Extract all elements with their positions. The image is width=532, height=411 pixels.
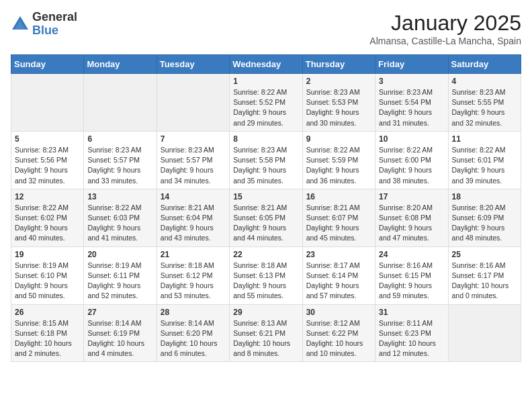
day-number: 21 [161, 250, 226, 259]
day-info: Sunrise: 8:18 AM Sunset: 6:13 PM Dayligh… [233, 261, 298, 302]
logo-general: General [32, 11, 77, 24]
day-number: 18 [452, 192, 517, 201]
calendar-cell: 23Sunrise: 8:17 AM Sunset: 6:14 PM Dayli… [302, 246, 375, 304]
day-info: Sunrise: 8:17 AM Sunset: 6:14 PM Dayligh… [306, 261, 371, 302]
calendar-cell: 31Sunrise: 8:11 AM Sunset: 6:23 PM Dayli… [375, 304, 448, 362]
day-number: 29 [233, 308, 298, 317]
logo-blue: Blue [32, 24, 77, 38]
calendar-cell [84, 74, 157, 132]
days-of-week-row: SundayMondayTuesdayWednesdayThursdayFrid… [11, 55, 521, 74]
day-header-saturday: Saturday [448, 55, 521, 74]
calendar-cell: 22Sunrise: 8:18 AM Sunset: 6:13 PM Dayli… [230, 246, 302, 304]
calendar-body: 1Sunrise: 8:22 AM Sunset: 5:52 PM Daylig… [11, 74, 521, 362]
day-number: 22 [233, 250, 298, 259]
day-number: 2 [306, 77, 371, 86]
calendar-cell [11, 74, 84, 132]
day-info: Sunrise: 8:23 AM Sunset: 5:58 PM Dayligh… [233, 145, 298, 186]
day-number: 4 [452, 77, 517, 86]
day-info: Sunrise: 8:14 AM Sunset: 6:20 PM Dayligh… [161, 318, 226, 359]
day-info: Sunrise: 8:20 AM Sunset: 6:08 PM Dayligh… [379, 203, 444, 244]
calendar-cell: 25Sunrise: 8:16 AM Sunset: 6:17 PM Dayli… [448, 246, 521, 304]
day-number: 16 [306, 192, 371, 201]
day-header-sunday: Sunday [11, 55, 84, 74]
logo: General Blue [11, 11, 77, 38]
calendar-week-2: 5Sunrise: 8:23 AM Sunset: 5:56 PM Daylig… [11, 131, 521, 189]
calendar-cell: 11Sunrise: 8:22 AM Sunset: 6:01 PM Dayli… [448, 131, 521, 189]
calendar-cell: 24Sunrise: 8:16 AM Sunset: 6:15 PM Dayli… [375, 246, 448, 304]
calendar-cell: 4Sunrise: 8:23 AM Sunset: 5:55 PM Daylig… [448, 74, 521, 132]
calendar-cell: 1Sunrise: 8:22 AM Sunset: 5:52 PM Daylig… [230, 74, 302, 132]
day-number: 9 [306, 134, 371, 144]
calendar-week-3: 12Sunrise: 8:22 AM Sunset: 6:02 PM Dayli… [11, 189, 521, 246]
calendar-cell: 20Sunrise: 8:19 AM Sunset: 6:11 PM Dayli… [84, 246, 157, 304]
calendar-cell: 7Sunrise: 8:23 AM Sunset: 5:57 PM Daylig… [157, 131, 229, 189]
day-number: 13 [87, 192, 152, 201]
day-info: Sunrise: 8:15 AM Sunset: 6:18 PM Dayligh… [15, 318, 80, 359]
day-number: 14 [161, 192, 226, 201]
day-info: Sunrise: 8:14 AM Sunset: 6:19 PM Dayligh… [87, 318, 152, 359]
day-info: Sunrise: 8:18 AM Sunset: 6:12 PM Dayligh… [161, 261, 226, 302]
day-number: 5 [15, 134, 80, 144]
day-info: Sunrise: 8:23 AM Sunset: 5:54 PM Dayligh… [379, 87, 444, 128]
calendar-cell: 26Sunrise: 8:15 AM Sunset: 6:18 PM Dayli… [11, 304, 84, 362]
day-info: Sunrise: 8:22 AM Sunset: 6:00 PM Dayligh… [379, 145, 444, 186]
calendar-cell: 3Sunrise: 8:23 AM Sunset: 5:54 PM Daylig… [375, 74, 448, 132]
day-number: 12 [15, 192, 80, 201]
calendar-cell: 5Sunrise: 8:23 AM Sunset: 5:56 PM Daylig… [11, 131, 84, 189]
day-info: Sunrise: 8:23 AM Sunset: 5:55 PM Dayligh… [452, 87, 517, 128]
day-info: Sunrise: 8:21 AM Sunset: 6:05 PM Dayligh… [233, 203, 298, 244]
day-header-monday: Monday [84, 55, 157, 74]
calendar-cell: 29Sunrise: 8:13 AM Sunset: 6:21 PM Dayli… [230, 304, 302, 362]
day-info: Sunrise: 8:22 AM Sunset: 5:59 PM Dayligh… [306, 145, 371, 186]
calendar-week-1: 1Sunrise: 8:22 AM Sunset: 5:52 PM Daylig… [11, 74, 521, 132]
day-number: 17 [379, 192, 444, 201]
day-number: 19 [15, 250, 80, 259]
day-number: 31 [379, 308, 444, 317]
day-header-friday: Friday [375, 55, 448, 74]
day-number: 7 [161, 134, 226, 144]
day-header-thursday: Thursday [302, 55, 375, 74]
calendar-table: SundayMondayTuesdayWednesdayThursdayFrid… [11, 54, 521, 362]
calendar-cell: 17Sunrise: 8:20 AM Sunset: 6:08 PM Dayli… [375, 189, 448, 246]
day-number: 27 [87, 308, 152, 317]
calendar-cell: 9Sunrise: 8:22 AM Sunset: 5:59 PM Daylig… [302, 131, 375, 189]
day-number: 23 [306, 250, 371, 259]
calendar-cell: 27Sunrise: 8:14 AM Sunset: 6:19 PM Dayli… [84, 304, 157, 362]
day-number: 25 [452, 250, 517, 259]
calendar-cell: 2Sunrise: 8:23 AM Sunset: 5:53 PM Daylig… [302, 74, 375, 132]
day-info: Sunrise: 8:12 AM Sunset: 6:22 PM Dayligh… [306, 318, 371, 359]
calendar-week-5: 26Sunrise: 8:15 AM Sunset: 6:18 PM Dayli… [11, 304, 521, 362]
day-number: 20 [87, 250, 152, 259]
calendar-cell: 16Sunrise: 8:21 AM Sunset: 6:07 PM Dayli… [302, 189, 375, 246]
day-number: 11 [452, 134, 517, 144]
calendar-cell: 14Sunrise: 8:21 AM Sunset: 6:04 PM Dayli… [157, 189, 229, 246]
day-info: Sunrise: 8:22 AM Sunset: 6:02 PM Dayligh… [15, 203, 80, 244]
month-year: January 2025 [369, 11, 521, 36]
day-info: Sunrise: 8:16 AM Sunset: 6:17 PM Dayligh… [452, 261, 517, 302]
day-number: 28 [161, 308, 226, 317]
calendar-cell: 30Sunrise: 8:12 AM Sunset: 6:22 PM Dayli… [302, 304, 375, 362]
day-info: Sunrise: 8:13 AM Sunset: 6:21 PM Dayligh… [233, 318, 298, 359]
calendar-cell: 19Sunrise: 8:19 AM Sunset: 6:10 PM Dayli… [11, 246, 84, 304]
calendar-cell: 6Sunrise: 8:23 AM Sunset: 5:57 PM Daylig… [84, 131, 157, 189]
day-number: 1 [233, 77, 298, 86]
calendar-cell: 18Sunrise: 8:20 AM Sunset: 6:09 PM Dayli… [448, 189, 521, 246]
logo-icon [11, 15, 30, 34]
calendar-week-4: 19Sunrise: 8:19 AM Sunset: 6:10 PM Dayli… [11, 246, 521, 304]
page-header: General Blue January 2025 Almansa, Casti… [11, 11, 521, 46]
calendar-header: SundayMondayTuesdayWednesdayThursdayFrid… [11, 55, 521, 74]
calendar-cell: 13Sunrise: 8:22 AM Sunset: 6:03 PM Dayli… [84, 189, 157, 246]
calendar-cell: 8Sunrise: 8:23 AM Sunset: 5:58 PM Daylig… [230, 131, 302, 189]
title-block: January 2025 Almansa, Castille-La Mancha… [369, 11, 521, 46]
day-info: Sunrise: 8:22 AM Sunset: 5:52 PM Dayligh… [233, 87, 298, 128]
day-info: Sunrise: 8:19 AM Sunset: 6:11 PM Dayligh… [87, 261, 152, 302]
day-number: 6 [87, 134, 152, 144]
day-number: 3 [379, 77, 444, 86]
calendar-cell: 28Sunrise: 8:14 AM Sunset: 6:20 PM Dayli… [157, 304, 229, 362]
day-header-wednesday: Wednesday [230, 55, 302, 74]
calendar-cell: 15Sunrise: 8:21 AM Sunset: 6:05 PM Dayli… [230, 189, 302, 246]
calendar-cell [157, 74, 229, 132]
day-info: Sunrise: 8:22 AM Sunset: 6:03 PM Dayligh… [87, 203, 152, 244]
day-info: Sunrise: 8:22 AM Sunset: 6:01 PM Dayligh… [452, 145, 517, 186]
day-info: Sunrise: 8:23 AM Sunset: 5:57 PM Dayligh… [161, 145, 226, 186]
